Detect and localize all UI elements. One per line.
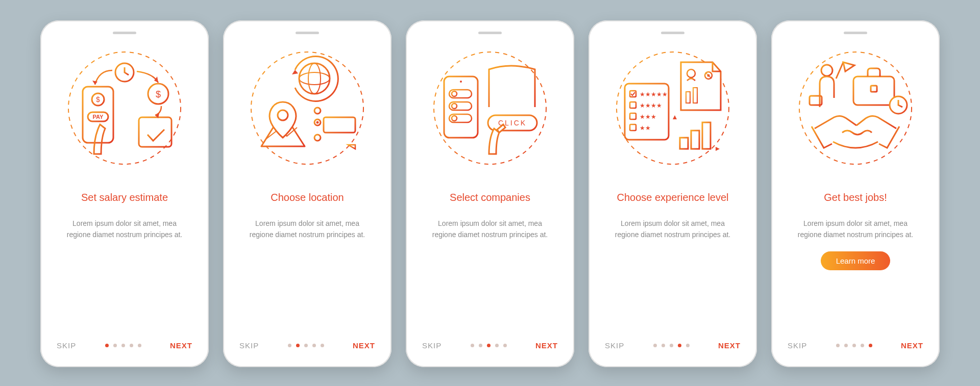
svg-rect-84 [871,86,877,92]
skip-button[interactable]: SKIP [57,341,76,350]
dot [288,344,291,347]
phone-screen-5: Get best jobs! Lorem ipsum dolor sit ame… [771,20,940,367]
rating-card-icon: ★★★★★ ★★★★ ★★★ ★★ [625,84,669,140]
dot [312,344,316,347]
dot [113,344,117,347]
coin-icon: $ [148,84,168,104]
svg-text:★★: ★★ [640,124,651,132]
svg-point-39 [452,116,457,121]
phone-list-icon [444,76,478,138]
svg-point-35 [452,91,457,96]
next-button[interactable]: NEXT [170,341,192,350]
svg-point-33 [460,81,462,83]
clock-icon [890,96,907,114]
svg-point-15 [299,63,330,94]
svg-rect-34 [449,90,472,98]
page-indicator [105,344,141,347]
svg-text:PAY: PAY [93,114,104,120]
screen-footer: SKIP NEXT [239,331,375,350]
svg-point-76 [821,65,832,76]
resume-document-icon [681,62,721,110]
next-button[interactable]: NEXT [535,341,558,350]
dot [662,344,665,347]
page-indicator [471,344,507,347]
options-list-icon [314,108,355,149]
svg-point-28 [314,135,321,141]
svg-rect-74 [702,122,710,149]
screen-title: Set salary estimate [81,184,168,211]
dot [471,344,474,347]
next-button[interactable]: NEXT [901,341,923,350]
svg-point-24 [316,121,319,124]
page-indicator [653,344,690,347]
dot [121,344,125,347]
svg-rect-72 [680,138,688,149]
svg-rect-9 [139,117,172,147]
screen-footer: SKIP NEXT [788,331,923,350]
screen-title: Select companies [450,184,530,211]
svg-marker-12 [154,76,158,83]
svg-point-16 [299,72,330,85]
screen-description: Lorem ipsum dolor sit amet, mea regione … [609,218,737,240]
svg-point-21 [314,108,321,114]
building-icon [487,66,538,107]
clock-icon [115,63,134,82]
svg-text:★★★★★: ★★★★★ [640,91,668,98]
svg-point-17 [308,63,321,94]
dot [861,344,864,347]
screen-title: Choose location [271,184,344,211]
svg-rect-73 [691,131,699,149]
map-pin-icon [261,102,305,146]
svg-text:★★★★: ★★★★ [640,102,662,109]
screen-description: Lorem ipsum dolor sit amet, mea regione … [243,218,371,240]
dot [686,344,690,347]
skip-button[interactable]: SKIP [788,341,807,350]
screen-footer: SKIP NEXT [57,331,192,350]
svg-rect-36 [449,102,472,110]
learn-more-button[interactable]: Learn more [821,251,891,270]
skip-button[interactable]: SKIP [422,341,442,350]
svg-point-14 [251,52,363,164]
phone-screen-1: $ PAY $ [40,20,209,367]
location-illustration [246,47,369,169]
dot [495,344,499,347]
salary-illustration: $ PAY $ [63,47,186,169]
handshake-icon [812,116,899,148]
dot [653,344,657,347]
dot [503,344,507,347]
svg-marker-70 [673,115,677,119]
onboarding-stage: $ PAY $ [25,0,955,386]
screen-title: Choose experience level [617,184,728,211]
next-button[interactable]: NEXT [718,341,741,350]
svg-line-77 [836,62,843,79]
svg-marker-18 [292,70,298,74]
screen-description: Lorem ipsum dolor sit amet, mea regione … [426,218,554,240]
dot [678,344,681,347]
skip-button[interactable]: SKIP [239,341,259,350]
dot [852,344,856,347]
phone-screen-3: CLICK Select companies Lorem ipsum dolor… [406,20,574,367]
svg-text:★★★: ★★★ [640,113,656,120]
skip-button[interactable]: SKIP [605,341,624,350]
svg-point-37 [452,104,457,109]
svg-rect-25 [324,117,355,133]
screen-description: Lorem ipsum dolor sit amet, mea regione … [61,218,188,240]
next-button[interactable]: NEXT [353,341,375,350]
dot [479,344,482,347]
dot [487,344,491,347]
screen-footer: SKIP NEXT [422,331,558,350]
screen-description: Lorem ipsum dolor sit amet, mea regione … [792,218,919,240]
calendar-check-icon [139,117,172,147]
dot [321,344,324,347]
dot [304,344,308,347]
screen-title: Get best jobs! [824,184,887,211]
svg-text:$: $ [156,89,161,99]
phone-screen-2: Choose location Lorem ipsum dolor sit am… [223,20,391,367]
phone-screen-4: ★★★★★ ★★★★ ★★★ ★★ [589,20,757,367]
experience-illustration: ★★★★★ ★★★★ ★★★ ★★ [611,47,734,169]
svg-text:$: $ [96,95,100,104]
page-indicator [288,344,324,347]
dot [296,344,300,347]
globe-icon [292,57,338,101]
dot [836,344,840,347]
